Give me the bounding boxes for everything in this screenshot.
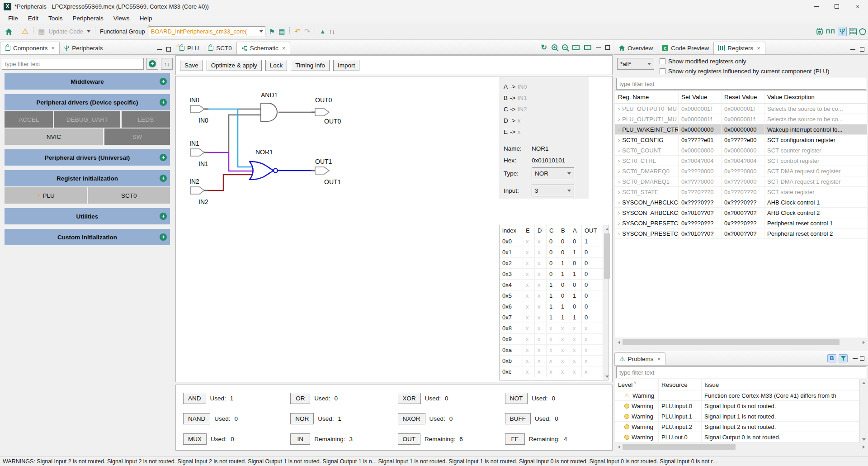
- sort-components-button[interactable]: ↑↓: [161, 58, 173, 70]
- category-utilities[interactable]: Utilities+: [5, 208, 170, 224]
- tee-shield-icon[interactable]: [859, 28, 866, 35]
- gate-button[interactable]: NOR: [290, 413, 314, 424]
- tab-sct0[interactable]: SCT0: [203, 42, 236, 54]
- redo-icon[interactable]: ↷: [304, 28, 310, 35]
- truth-table-row[interactable]: 0xb x x x x x x: [500, 356, 603, 366]
- connector-in2[interactable]: [190, 187, 204, 194]
- close-window-button[interactable]: ×: [847, 0, 868, 13]
- register-row[interactable]: ›PLU_OUTPUT0_MU 0x0000001f 0x0000001f Se…: [615, 104, 867, 114]
- truth-table-scrollbar[interactable]: [603, 225, 608, 380]
- tab-registers[interactable]: Registers ×: [713, 42, 765, 54]
- refresh-icon[interactable]: ↻: [541, 43, 547, 52]
- add-icon[interactable]: +: [160, 99, 167, 106]
- close-icon[interactable]: ×: [657, 356, 661, 362]
- truth-table-row[interactable]: 0xa x x x x x x: [500, 345, 603, 356]
- component-nvic[interactable]: NVIC: [5, 128, 103, 145]
- expand-icon[interactable]: ›: [618, 116, 620, 123]
- gate-button[interactable]: BUFF: [505, 413, 531, 424]
- problems-filter-input[interactable]: [616, 366, 866, 378]
- connector-in0[interactable]: [190, 105, 204, 113]
- registers-hscrollbar[interactable]: [615, 338, 867, 346]
- show-modified-checkbox[interactable]: [660, 58, 665, 64]
- truth-table-row[interactable]: 0x3 x x 0 1 1 0: [500, 269, 603, 280]
- category-universal-drivers[interactable]: Peripheral drivers (Universal)+: [5, 149, 170, 166]
- component-debug-uart[interactable]: DEBUG_UART: [54, 111, 120, 128]
- component-accel[interactable]: ACCEL: [5, 111, 53, 128]
- tab-overview[interactable]: Overview: [614, 42, 657, 54]
- truth-table-row[interactable]: 0x5 x x 1 0 1 0: [500, 290, 603, 301]
- expand-icon[interactable]: ›: [618, 178, 620, 185]
- global-warning-icon[interactable]: ⚠: [22, 28, 28, 35]
- tab-code-preview[interactable]: c Code Preview: [657, 42, 713, 54]
- tab-peripherals[interactable]: Peripherals: [60, 42, 107, 54]
- truth-table-row[interactable]: 0x1 x x 0 0 1 0: [500, 247, 603, 258]
- register-row[interactable]: ›SCT0_DMAREQ0 0x????0000 0x????0000 SCT …: [615, 166, 867, 176]
- truth-table-row[interactable]: 0x4 x x 1 0 0 0: [500, 280, 603, 290]
- components-filter-input[interactable]: [2, 58, 144, 70]
- maximize-panel-icon[interactable]: [860, 47, 864, 52]
- wire-in0-cyan[interactable]: [208, 109, 254, 167]
- nor-gate[interactable]: [250, 162, 274, 180]
- expand-icon[interactable]: ›: [618, 137, 620, 143]
- truth-table-row[interactable]: 0x7 x x 1 1 1 0: [500, 312, 603, 323]
- tab-components[interactable]: Components ×: [0, 42, 60, 54]
- gate-button[interactable]: OR: [290, 393, 310, 404]
- registers-table-header[interactable]: Reg. Name Set Value Reset Value Value De…: [615, 91, 867, 104]
- component-sw[interactable]: SW: [104, 128, 170, 145]
- tab-problems[interactable]: ⚠ Problems ×: [614, 352, 665, 365]
- gate-button[interactable]: NXOR: [398, 413, 425, 424]
- minimize-panel-icon[interactable]: [157, 49, 162, 50]
- menu-item[interactable]: File: [4, 14, 23, 23]
- register-row[interactable]: ›SYSCON_PRESETCT 0x?010??0? 0x?000??0? P…: [615, 228, 867, 239]
- toggle-b-button[interactable]: B: [827, 354, 836, 362]
- maximize-panel-icon[interactable]: [605, 45, 610, 50]
- register-row[interactable]: ›SCT0_DMAREQ1 0x????0000 0x????0000 SCT …: [615, 176, 867, 187]
- wire-in1-purple[interactable]: [208, 152, 254, 171]
- peripherals-tool-icon[interactable]: [838, 27, 847, 36]
- register-row[interactable]: ›SCT0_CTRL 0x?004?004 0x?004?004 SCT con…: [615, 156, 867, 166]
- component-plu[interactable]: ⚠PLU: [5, 187, 87, 204]
- register-row[interactable]: ›SYSCON_AHBCLKC 0x?010??0? 0x?000??0? AH…: [615, 208, 867, 218]
- registers-filter-input[interactable]: [616, 78, 866, 90]
- truth-table-row[interactable]: 0x0 x x 0 0 0 1: [500, 236, 603, 247]
- gate-button[interactable]: NAND: [183, 413, 210, 424]
- problem-row[interactable]: Warning PLU.out.0 Signal Output 0 is not…: [615, 432, 867, 442]
- functional-group-combo[interactable]: ⚠ BOARD_InitPeripherals_cm33_core(: [149, 26, 265, 37]
- gate-button[interactable]: IN: [290, 433, 310, 445]
- show-influenced-checkbox[interactable]: [660, 68, 665, 74]
- connector-in1[interactable]: [190, 149, 204, 156]
- update-code-button[interactable]: Update Code: [48, 28, 83, 35]
- import-icon[interactable]: ▲: [320, 28, 326, 35]
- schematic-action-button[interactable]: Import: [333, 60, 359, 71]
- sort-icon[interactable]: ↑↓: [329, 28, 335, 35]
- add-icon[interactable]: +: [160, 213, 167, 220]
- expand-icon[interactable]: ›: [618, 220, 620, 227]
- register-row[interactable]: ›SCT0_STATE 0x???0???0 0x???0???0 SCT st…: [615, 187, 867, 197]
- register-row[interactable]: ›PLU_OUTPUT1_MU 0x0000001f 0x0000001f Se…: [615, 114, 867, 124]
- zoom-out-icon[interactable]: −: [562, 44, 568, 50]
- menu-item[interactable]: Peripherals: [68, 14, 108, 23]
- maximize-panel-icon[interactable]: [166, 47, 171, 52]
- registers-tool-icon[interactable]: 10011010: [849, 28, 857, 35]
- minimize-window-button[interactable]: [806, 0, 826, 13]
- copy-code-icon[interactable]: ▤: [278, 28, 285, 35]
- problems-table-header[interactable]: Level˅ Resource Issue: [615, 379, 867, 390]
- problem-row[interactable]: Warning PLU.input.1 Signal Input 1 is no…: [615, 411, 867, 422]
- gate-button[interactable]: FF: [505, 433, 525, 445]
- maximize-window-button[interactable]: [826, 0, 847, 13]
- expand-icon[interactable]: ›: [618, 199, 620, 206]
- register-row[interactable]: ›SCT0_CONFIG 0x?????e01 0x?????e00 SCT c…: [615, 135, 867, 145]
- component-leds[interactable]: LEDS: [122, 111, 170, 128]
- wire-in2-darkred[interactable]: [208, 175, 254, 190]
- register-row[interactable]: ›SYSCON_AHBCLKC 0x????0??? 0x????0??? AH…: [615, 197, 867, 208]
- schematic-action-button[interactable]: Optimize & apply: [207, 60, 262, 71]
- schematic-canvas[interactable]: AND1 NOR1 IN0 IN0 IN1 IN1 IN2 IN2 OUT0 O…: [175, 76, 613, 382]
- expand-icon[interactable]: ›: [618, 168, 620, 175]
- truth-table-row[interactable]: 0x8 x x x x x x: [500, 323, 603, 334]
- fit-width-icon[interactable]: ↔: [572, 45, 580, 50]
- expand-icon[interactable]: ›: [618, 147, 620, 154]
- schematic-action-button[interactable]: Lock: [265, 60, 288, 71]
- expand-icon[interactable]: ›: [618, 189, 620, 195]
- minimize-panel-icon[interactable]: [850, 49, 855, 50]
- add-icon[interactable]: +: [160, 233, 167, 241]
